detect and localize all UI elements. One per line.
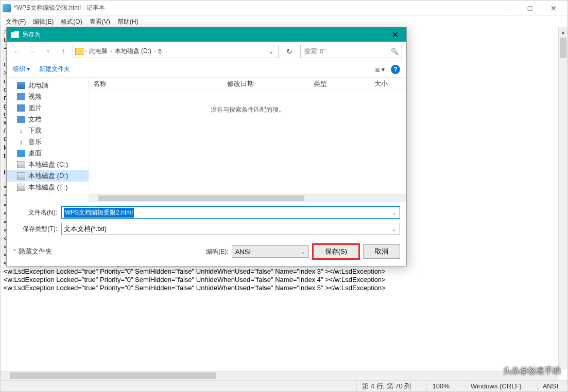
new-folder-button[interactable]: 新建文件夹 <box>39 65 70 74</box>
ic-drive-icon <box>17 161 25 168</box>
col-date[interactable]: 修改日期 <box>223 79 309 88</box>
cancel-button-label: 取消 <box>375 247 388 256</box>
status-position: 第 4 行, 第 70 列 <box>356 382 416 391</box>
chevron-right-icon: › <box>154 48 156 54</box>
status-zoom: 100% <box>426 382 454 390</box>
save-button[interactable]: 保存(S) <box>312 243 360 260</box>
nav-up-button[interactable]: ↑ <box>57 45 70 57</box>
nav-recent-dropdown[interactable]: ▾ <box>42 45 54 58</box>
cancel-button[interactable]: 取消 <box>363 244 400 259</box>
tree-item[interactable]: ↓下载 <box>7 125 89 136</box>
tree-item[interactable]: 本地磁盘 (C:) <box>7 159 89 170</box>
menu-view[interactable]: 查看(V) <box>88 16 112 27</box>
nav-back-button[interactable]: ← <box>11 45 23 58</box>
organize-button[interactable]: 组织 ▾ <box>13 65 30 74</box>
titlebar[interactable]: *WPS文档编辑受限.html - 记事本 — □ ✕ <box>1 1 567 16</box>
text-line: <w:LsdException Locked="true" Priority="… <box>4 284 556 292</box>
scroll-up-icon[interactable]: ▲ <box>559 27 567 37</box>
search-icon: 🔍 <box>391 48 399 55</box>
text-line: <w:LsdException Locked="true" Priority="… <box>4 276 556 284</box>
save-button-label: 保存(S) <box>325 247 347 256</box>
dialog-titlebar[interactable]: 另存为 ✕ <box>7 27 406 42</box>
dialog-title: 另存为 <box>22 30 388 39</box>
nav-forward-button[interactable]: → <box>26 45 39 58</box>
menu-format[interactable]: 格式(O) <box>59 16 84 27</box>
col-type[interactable]: 类型 <box>309 79 370 88</box>
filetype-label: 保存类型(T): <box>13 225 57 234</box>
tree-item[interactable]: 本地磁盘 (D:) <box>7 170 89 182</box>
path-breadcrumb[interactable]: › 此电脑 › 本地磁盘 (D:) › 6 ⌄ <box>73 45 279 58</box>
dialog-footer: ˄ 隐藏文件夹 编码(E): ANSI ⌄ 保存(S) 取消 <box>7 239 406 266</box>
vscroll-thumb[interactable] <box>560 38 566 58</box>
hide-folders-toggle[interactable]: ˄ 隐藏文件夹 <box>13 247 52 256</box>
dialog-body: 此电脑视频图片文档↓下载♪音乐桌面本地磁盘 (C:)本地磁盘 (D:)本地磁盘 … <box>7 78 406 202</box>
close-button[interactable]: ✕ <box>542 1 565 16</box>
tree-item[interactable]: 文档 <box>7 114 89 125</box>
menu-file[interactable]: 文件(F) <box>4 16 28 27</box>
list-h-thumb[interactable] <box>98 195 304 201</box>
path-this-pc[interactable]: 此电脑 <box>88 47 109 56</box>
dialog-nav: ← → ▾ ↑ › 此电脑 › 本地磁盘 (D:) › 6 ⌄ ↻ 搜索"6" … <box>7 42 406 61</box>
filetype-dropdown-icon[interactable]: ⌄ <box>389 226 399 232</box>
encoding-value: ANSI <box>235 248 251 256</box>
ic-pc-icon <box>17 82 25 89</box>
tree-item-label: 文档 <box>28 115 42 124</box>
chevron-right-icon: › <box>85 48 87 54</box>
filename-input[interactable]: WPS文档编辑受限2.html ⌄ <box>61 206 400 219</box>
minimize-button[interactable]: — <box>494 1 518 16</box>
ic-image-icon <box>17 104 25 112</box>
tree-item[interactable]: ♪音乐 <box>7 136 89 148</box>
dialog-fields: 文件名(N): WPS文档编辑受限2.html ⌄ 保存类型(T): 文本文档(… <box>7 202 406 239</box>
path-folder[interactable]: 6 <box>157 48 163 55</box>
tree-item-label: 音乐 <box>28 137 42 147</box>
tree-item-label: 本地磁盘 (C:) <box>28 160 68 169</box>
status-encoding: ANSI <box>537 382 563 390</box>
chevron-up-icon: ˄ <box>13 248 16 256</box>
tree-item-label: 本地磁盘 (D:) <box>28 171 68 181</box>
ic-drive-icon <box>17 172 25 180</box>
filename-label: 文件名(N): <box>13 208 57 217</box>
ic-download-icon: ↓ <box>17 127 25 134</box>
col-size[interactable]: 大小 <box>370 79 406 88</box>
horizontal-scrollbar[interactable] <box>1 371 558 380</box>
tree-item-label: 下载 <box>28 126 42 135</box>
folder-tree[interactable]: 此电脑视频图片文档↓下载♪音乐桌面本地磁盘 (C:)本地磁盘 (D:)本地磁盘 … <box>7 78 89 202</box>
ic-video-icon <box>17 93 25 100</box>
filetype-select[interactable]: 文本文档(*.txt) ⌄ <box>61 223 400 235</box>
dialog-toolbar: 组织 ▾ 新建文件夹 ≣ ▾ ? <box>7 61 406 78</box>
search-input[interactable]: 搜索"6" 🔍 <box>300 45 402 58</box>
ic-desktop-icon <box>17 150 25 157</box>
tree-item[interactable]: 此电脑 <box>7 80 89 91</box>
col-name[interactable]: 名称 <box>89 79 223 88</box>
maximize-button[interactable]: □ <box>518 1 542 16</box>
filename-dropdown-icon[interactable]: ⌄ <box>389 210 399 216</box>
encoding-select[interactable]: ANSI ⌄ <box>232 245 309 258</box>
menu-help[interactable]: 帮助(H) <box>115 16 141 27</box>
refresh-button[interactable]: ↻ <box>282 45 297 58</box>
tree-item-label: 视频 <box>28 92 42 101</box>
tree-item-label: 桌面 <box>28 149 42 158</box>
dialog-close-button[interactable]: ✕ <box>388 27 402 42</box>
tree-item[interactable]: 视频 <box>7 91 89 102</box>
ic-music-icon: ♪ <box>17 138 25 146</box>
path-dropdown-icon[interactable]: ⌄ <box>266 47 276 55</box>
menubar: 文件(F) 编辑(E) 格式(O) 查看(V) 帮助(H) <box>1 16 567 27</box>
tree-item-label: 图片 <box>28 103 42 113</box>
statusbar: 第 4 行, 第 70 列 100% Windows (CRLF) ANSI <box>1 380 567 391</box>
notepad-icon <box>3 4 11 12</box>
tree-item[interactable]: 本地磁盘 (E:) <box>7 182 89 193</box>
menu-edit[interactable]: 编辑(E) <box>31 16 56 27</box>
tree-item[interactable]: 桌面 <box>7 148 89 159</box>
encoding-label: 编码(E): <box>206 247 228 256</box>
list-h-scrollbar[interactable] <box>89 194 406 202</box>
ic-drive-icon <box>17 184 25 191</box>
empty-message: 没有与搜索条件匹配的项。 <box>89 105 406 114</box>
view-mode-button[interactable]: ≣ ▾ <box>375 66 385 73</box>
help-icon[interactable]: ? <box>391 65 400 74</box>
file-list[interactable]: 名称 修改日期 类型 大小 没有与搜索条件匹配的项。 <box>89 78 406 202</box>
path-drive[interactable]: 本地磁盘 (D:) <box>114 47 152 56</box>
hscroll-thumb[interactable] <box>10 372 216 379</box>
encoding-dropdown-icon[interactable]: ⌄ <box>298 249 307 255</box>
vertical-scrollbar[interactable]: ▲ <box>558 27 567 369</box>
tree-item[interactable]: 图片 <box>7 102 89 114</box>
